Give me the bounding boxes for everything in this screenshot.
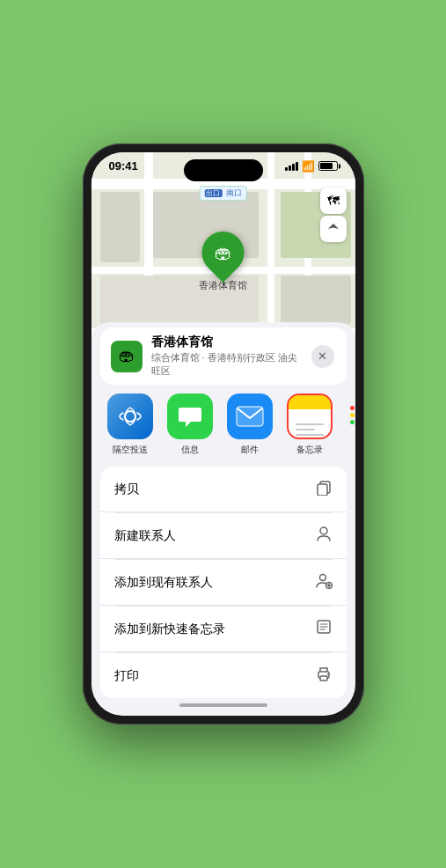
phone-frame: 09:41 📶 bbox=[83, 143, 364, 725]
svg-point-6 bbox=[319, 575, 325, 581]
location-info-card: 🏟 香港体育馆 综合体育馆 · 香港特别行政区 油尖旺区 ✕ bbox=[100, 327, 347, 385]
add-existing-icon bbox=[315, 571, 333, 593]
location-pin: 🏟 香港体育馆 bbox=[199, 232, 247, 292]
pin-marker: 🏟 bbox=[194, 223, 253, 283]
phone-screen: 09:41 📶 bbox=[91, 152, 355, 716]
airdrop-icon bbox=[107, 394, 153, 439]
close-button[interactable]: ✕ bbox=[311, 345, 334, 368]
print-icon bbox=[315, 665, 333, 687]
more-apps-indicator[interactable] bbox=[340, 394, 355, 456]
mail-label: 邮件 bbox=[241, 444, 259, 456]
more-dots bbox=[350, 406, 355, 424]
share-item-notes[interactable]: 备忘录 bbox=[280, 394, 340, 456]
action-add-existing-contact[interactable]: 添加到现有联系人 bbox=[100, 560, 347, 606]
map-controls: 🗺 bbox=[320, 188, 347, 242]
status-icons: 📶 bbox=[285, 160, 338, 173]
svg-point-11 bbox=[327, 673, 329, 675]
location-button[interactable] bbox=[320, 216, 347, 242]
action-new-contact[interactable]: 新建联系人 bbox=[100, 513, 347, 559]
airdrop-label: 隔空投送 bbox=[113, 444, 148, 456]
messages-icon bbox=[167, 394, 213, 439]
svg-rect-4 bbox=[318, 484, 327, 496]
location-text: 香港体育馆 综合体育馆 · 香港特别行政区 油尖旺区 bbox=[151, 335, 303, 378]
print-label: 打印 bbox=[114, 668, 139, 684]
new-contact-icon bbox=[315, 525, 333, 547]
home-bar bbox=[179, 703, 267, 707]
wifi-icon: 📶 bbox=[302, 160, 315, 173]
location-subtitle: 综合体育馆 · 香港特别行政区 油尖旺区 bbox=[151, 351, 303, 378]
share-item-messages[interactable]: 信息 bbox=[160, 394, 220, 456]
svg-marker-0 bbox=[328, 224, 339, 229]
map-label: 出口 南口 bbox=[199, 186, 247, 201]
location-name: 香港体育馆 bbox=[151, 335, 303, 350]
map-type-button[interactable]: 🗺 bbox=[320, 188, 347, 214]
svg-rect-10 bbox=[320, 676, 327, 680]
share-row: 隔空投送 信息 bbox=[91, 385, 355, 461]
copy-label: 拷贝 bbox=[114, 482, 139, 497]
dynamic-island bbox=[184, 159, 263, 181]
action-group: 拷贝 新建联系人 bbox=[100, 467, 347, 698]
action-print[interactable]: 打印 bbox=[100, 653, 347, 698]
home-indicator bbox=[91, 698, 355, 716]
signal-icon bbox=[285, 162, 298, 171]
copy-icon bbox=[315, 478, 333, 500]
battery-icon bbox=[318, 161, 338, 171]
status-time: 09:41 bbox=[109, 159, 138, 173]
svg-point-1 bbox=[125, 411, 135, 422]
location-logo: 🏟 bbox=[111, 341, 143, 372]
notes-icon bbox=[287, 394, 333, 439]
share-item-mail[interactable]: 邮件 bbox=[220, 394, 280, 456]
share-item-airdrop[interactable]: 隔空投送 bbox=[100, 394, 160, 456]
bottom-sheet: 🏟 香港体育馆 综合体育馆 · 香港特别行政区 油尖旺区 ✕ bbox=[91, 322, 355, 716]
svg-point-5 bbox=[320, 527, 327, 534]
mail-icon bbox=[227, 394, 273, 439]
notes-label: 备忘录 bbox=[296, 444, 323, 456]
messages-label: 信息 bbox=[181, 444, 199, 456]
add-note-label: 添加到新快速备忘录 bbox=[114, 622, 225, 637]
add-note-icon bbox=[315, 618, 333, 640]
pin-emoji: 🏟 bbox=[215, 243, 232, 263]
action-add-note[interactable]: 添加到新快速备忘录 bbox=[100, 607, 347, 652]
new-contact-label: 新建联系人 bbox=[114, 528, 176, 544]
add-existing-label: 添加到现有联系人 bbox=[114, 575, 213, 591]
action-copy[interactable]: 拷贝 bbox=[100, 467, 347, 512]
svg-rect-2 bbox=[237, 407, 263, 426]
